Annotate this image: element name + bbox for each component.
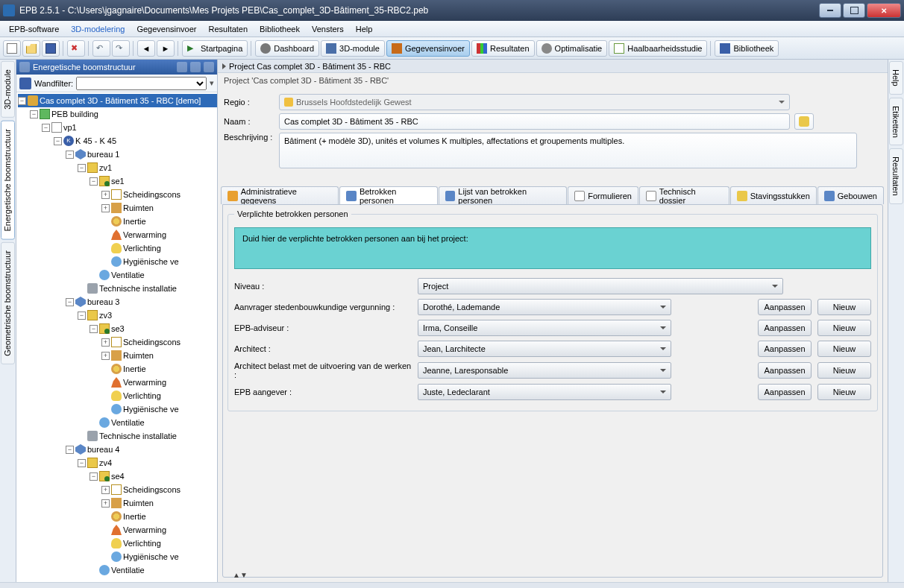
tree-node[interactable]: Inertie [101,510,217,523]
tree-expander-icon[interactable]: − [90,472,98,481]
vtab-3d-module[interactable]: 3D-module [1,61,15,118]
tree-expander-icon[interactable]: − [18,97,26,105]
tree-node[interactable]: Verwarming [101,228,217,241]
window-close-button[interactable] [867,3,901,18]
aanpassen-button[interactable]: Aanpassen [758,320,812,336]
toolbar-undo-button[interactable]: ↶ [92,40,110,57]
menu-resultaten[interactable]: Resultaten [203,23,254,35]
nieuw-button[interactable]: Nieuw [817,341,871,357]
tree-expander-icon[interactable]: + [101,499,110,508]
menu-3d-modelering[interactable]: 3D-modelering [65,23,131,35]
aanpassen-button[interactable]: Aanpassen [758,341,812,357]
tree-expander-icon[interactable]: + [101,204,110,212]
tree-node[interactable]: −bureau 3 [66,295,217,309]
toolbar-dashboard-button[interactable]: Dashboard [255,40,319,57]
window-maximize-button[interactable] [843,3,865,18]
person-row-select[interactable]: Jeanne, Laresponsable [418,362,671,379]
toolbar-resultaten-button[interactable]: Resultaten [471,40,535,57]
tab-administratieve-gegevens[interactable]: Administratieve gegevens [221,186,339,204]
tree-node[interactable]: Verlichting [101,241,217,255]
vtab-geometrische-boom[interactable]: Geometrische boomstructuur [1,242,15,364]
tree-node[interactable]: −zv3 [78,309,217,322]
tab-lijst-betrokken-personen[interactable]: Lijst van betrokken personen [439,186,568,204]
menu-bibliotheek[interactable]: Bibliotheek [254,23,306,35]
tree-node[interactable]: Ventilatie [90,268,217,282]
tab-gebouwen[interactable]: Gebouwen [817,186,884,204]
wandfilter-select[interactable] [76,77,207,90]
tree-node[interactable]: Verwarming [101,376,217,389]
tree-expander-icon[interactable]: − [66,446,74,454]
toolbar-bibliotheek-button[interactable]: Bibliotheek [715,40,779,57]
tree-view[interactable]: −Cas complet 3D - Bâtiment 35 - RBC [dem… [16,92,217,582]
menu-gegevensinvoer[interactable]: Gegevensinvoer [131,23,202,35]
toolbar-new-button[interactable] [3,40,21,57]
toolbar-next-button[interactable]: ► [157,40,175,57]
vtab-etiketten[interactable]: Etiketten [889,98,903,146]
tree-node[interactable]: Ventilatie [90,563,217,577]
tree-node[interactable]: −se3 [90,322,217,335]
tree-node[interactable]: −bureau 1 [66,148,217,161]
toolbar-haalbaarheidsstudie-button[interactable]: Haalbaarheidsstudie [609,40,707,57]
tree-node[interactable]: +Ruimten [101,349,217,362]
niveau-select[interactable]: Project [418,278,783,294]
tree-node[interactable]: −se1 [90,174,217,188]
aanpassen-button[interactable]: Aanpassen [758,299,812,315]
tree-node[interactable]: Ventilatie [90,416,217,429]
tree-expander-icon[interactable]: − [78,312,86,320]
window-minimize-button[interactable] [819,3,841,18]
person-row-select[interactable]: Irma, Conseille [418,320,671,336]
tree-node[interactable]: +Ruimten [101,201,217,215]
tree-node[interactable]: +Ruimten [101,496,217,510]
tab-stavingsstukken[interactable]: Stavingsstukken [730,186,817,204]
vtab-resultaten[interactable]: Resultaten [889,148,903,204]
tab-formulieren[interactable]: Formulieren [568,186,638,204]
toolbar-save-button[interactable] [42,40,60,57]
toolbar-delete-button[interactable]: ✖ [67,40,85,57]
toolbar-open-button[interactable] [22,40,40,57]
tree-node[interactable]: Verlichting [101,389,217,402]
panel-dock-icon[interactable] [177,62,187,72]
nieuw-button[interactable]: Nieuw [817,384,871,400]
tree-node[interactable]: Verlichting [101,537,217,550]
tree-node[interactable]: Hygiënische ve [101,255,217,268]
tree-node[interactable]: +Scheidingscons [101,188,217,201]
toolbar-startpagina-button[interactable]: ▶Startpagina [182,40,248,57]
tree-node[interactable]: −PEB building [30,107,217,121]
vtab-help[interactable]: Help [889,61,903,95]
person-row-select[interactable]: Juste, Ledeclarant [418,384,671,400]
vtab-energetische-boom[interactable]: Energetische boomstructuur [1,121,15,240]
tree-expander-icon[interactable]: − [90,177,98,186]
tree-node[interactable]: Inertie [101,215,217,228]
tree-node[interactable]: −se4 [90,470,217,483]
regio-select[interactable]: Brussels Hoofdstedelijk Gewest [279,94,790,110]
toolbar-redo-button[interactable]: ↷ [112,40,130,57]
tree-node[interactable]: −zv4 [78,456,217,470]
tree-node[interactable]: Verwarming [101,523,217,537]
person-row-select[interactable]: Dorothé, Lademande [418,299,671,315]
tree-expander-icon[interactable]: − [78,164,86,172]
person-row-select[interactable]: Jean, Larchitecte [418,341,671,357]
tree-expander-icon[interactable]: + [101,338,110,347]
tree-expander-icon[interactable]: − [30,110,38,118]
toolbar-gegevensinvoer-button[interactable]: Gegevensinvoer [386,40,470,57]
menu-vensters[interactable]: Vensters [306,23,350,35]
tree-expander-icon[interactable]: + [101,352,110,360]
nieuw-button[interactable]: Nieuw [817,320,871,336]
beschrijटिंग-textarea[interactable]: Bâtiment (+ modèle 3D), unités et volume… [279,133,857,168]
tree-node[interactable]: −bureau 4 [66,443,217,456]
tree-node[interactable]: −vp1 [42,121,217,134]
tree-node[interactable]: Technische installatie [78,282,217,295]
naam-key-button[interactable] [794,113,814,130]
tree-node[interactable]: +Scheidingscons [101,483,217,496]
tree-expander-icon[interactable]: − [66,298,74,306]
nieuw-button[interactable]: Nieuw [817,299,871,315]
tree-expander-icon[interactable]: − [78,459,86,467]
nieuw-button[interactable]: Nieuw [817,362,871,379]
toolbar-prev-button[interactable]: ◄ [137,40,155,57]
tab-betrokken-personen[interactable]: Betrokken personen [339,186,437,204]
tree-expander-icon[interactable]: − [90,325,98,333]
tree-node[interactable]: Inertie [101,362,217,376]
naam-input[interactable]: Cas complet 3D - Bâtiment 35 - RBC [279,113,790,130]
menu-help[interactable]: Help [350,23,379,35]
tree-expander-icon[interactable]: + [101,191,110,199]
